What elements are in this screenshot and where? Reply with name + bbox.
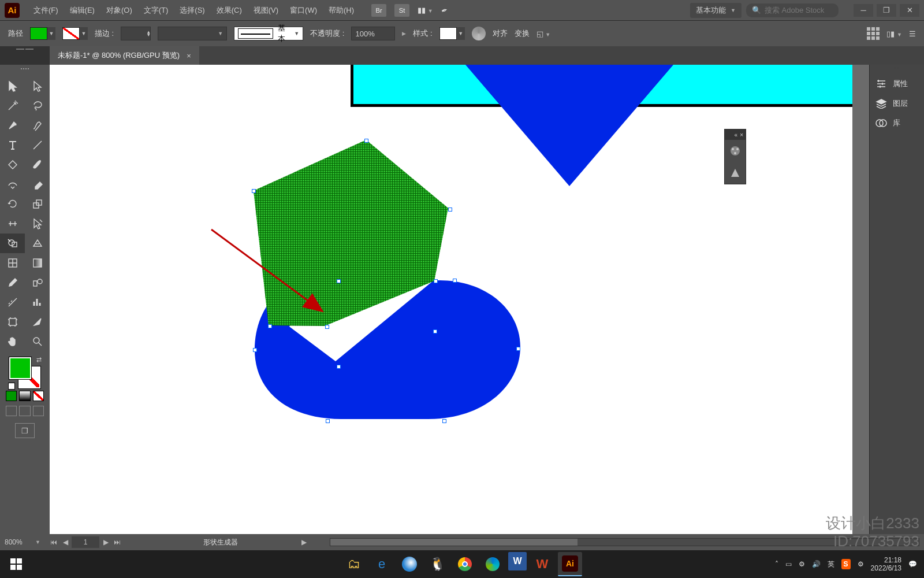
taskbar-illustrator-icon[interactable]: Ai [558,552,582,576]
tray-chevron-icon[interactable]: ˄ [775,560,778,568]
draw-inside-icon[interactable] [33,406,44,416]
align-label[interactable]: 对齐 [493,28,508,39]
selection-handle[interactable] [433,329,437,334]
pen-tool[interactable] [0,116,25,135]
selection-handle[interactable] [252,189,256,193]
selection-handle[interactable] [453,279,457,283]
free-transform-tool[interactable] [25,214,50,234]
taskbar-browser-icon[interactable] [397,552,422,576]
opacity-field[interactable]: 100% [351,27,395,40]
selection-handle[interactable] [337,365,341,369]
color-mode-solid[interactable] [6,391,17,401]
taskbar-edge-icon[interactable] [480,552,505,576]
zoom-level-field[interactable]: 800%▼ [0,538,45,546]
shaper-tool[interactable] [0,175,25,194]
gpu-preview-icon[interactable]: ✒ [439,5,448,16]
menu-window[interactable]: 窗口(W) [285,3,322,18]
stroke-dropdown[interactable]: ▼ [80,27,88,40]
curvature-tool[interactable] [25,116,50,135]
tray-volume-icon[interactable]: 🔊 [812,560,821,568]
direct-selection-tool[interactable] [25,76,50,96]
fill-stroke-control[interactable]: ⇄ [9,357,40,388]
width-tool[interactable] [0,214,25,234]
selection-handle[interactable] [448,208,452,212]
canvas-area[interactable]: «× [50,65,869,534]
taskbar-qq-icon[interactable]: 🐧 [425,552,449,576]
stroke-swatch[interactable] [62,27,80,40]
menu-object[interactable]: 对象(O) [102,3,137,18]
bridge-button[interactable]: Br [371,4,386,17]
draw-normal-icon[interactable] [6,406,17,416]
column-graph-tool[interactable] [25,292,50,312]
shape-options-icon[interactable]: ◱ ▼ [536,29,551,38]
prev-artboard-icon[interactable]: ◀ [60,538,70,546]
start-button[interactable] [0,550,32,578]
layers-panel-button[interactable]: 图层 [870,94,924,113]
perspective-grid-tool[interactable] [25,234,50,253]
tray-battery-icon[interactable]: ▭ [785,560,792,568]
workspace-switcher[interactable]: 基本功能▼ [690,3,742,18]
style-swatch[interactable] [439,27,457,40]
rectangle-tool[interactable] [0,155,25,175]
transform-label[interactable]: 变换 [515,28,530,39]
selection-handle[interactable] [253,348,257,352]
fill-dropdown[interactable]: ▼ [47,27,55,40]
panel-close-icon[interactable]: × [740,132,743,138]
panel-grip[interactable]: ▸▸ [870,65,924,74]
screen-mode-button[interactable]: ❐ [15,423,35,438]
type-tool[interactable] [0,135,25,155]
style-dropdown[interactable]: ▼ [457,27,465,40]
prefs-list-icon[interactable]: ☰ [909,29,916,38]
slice-tool[interactable] [25,312,50,332]
eraser-tool[interactable] [25,175,50,194]
menu-effect[interactable]: 效果(C) [212,3,247,18]
recolor-artwork-icon[interactable] [472,27,486,40]
color-mode-gradient[interactable] [19,391,30,401]
minimize-button[interactable]: ─ [854,4,873,17]
magic-wand-tool[interactable] [0,96,25,116]
brush-definition[interactable]: 基本▼ [234,27,303,40]
menu-edit[interactable]: 编辑(E) [65,3,99,18]
fill-color-box[interactable] [9,357,31,379]
taskbar-word-icon[interactable]: W [508,552,527,570]
menu-type[interactable]: 文字(T) [139,3,173,18]
isolate-mode-icon[interactable]: ▯▮ ▼ [886,29,902,38]
next-artboard-icon[interactable]: ▶ [100,538,111,546]
eyedropper-tool[interactable] [0,273,25,292]
artboard-tool[interactable] [0,312,25,332]
adobe-stock-search[interactable]: 🔍 搜索 Adobe Stock [746,3,839,17]
document-tab[interactable]: 未标题-1* @ 800% (RGB/GPU 预览) × [50,46,199,65]
mesh-tool[interactable] [0,253,25,273]
arrange-docs-button[interactable]: ▮▮ ▼ [418,6,433,14]
hand-tool[interactable] [0,332,25,351]
selection-handle[interactable] [442,419,446,423]
symbol-sprayer-tool[interactable] [0,292,25,312]
first-artboard-icon[interactable]: ⏮ [49,538,59,546]
menu-help[interactable]: 帮助(H) [324,3,359,18]
selection-handle[interactable] [434,279,438,283]
shape-builder-tool[interactable] [0,234,25,253]
swap-fill-stroke-icon[interactable]: ⇄ [36,356,42,364]
zoom-tool[interactable] [25,332,50,351]
color-mode-none[interactable] [33,391,44,401]
menu-file[interactable]: 文件(F) [29,3,63,18]
close-button[interactable]: ✕ [900,4,919,17]
selection-handle[interactable] [364,139,368,143]
taskbar-explorer-icon[interactable]: 🗂 [342,552,366,576]
stroke-weight-field[interactable]: ▴▾ [121,27,151,40]
default-fill-stroke-icon[interactable] [8,383,15,390]
menu-view[interactable]: 视图(V) [249,3,283,18]
horizontal-scrollbar[interactable] [330,538,919,546]
tray-clock[interactable]: 21:18 2022/6/13 [871,556,901,573]
taskbar-chrome-icon[interactable] [453,552,477,576]
rotate-tool[interactable] [0,194,25,214]
libraries-panel-button[interactable]: 库 [870,113,924,133]
tray-wifi-icon[interactable]: ⚙ [799,560,805,568]
blue-triangle-shape[interactable] [465,65,673,192]
stock-button[interactable]: St [394,4,409,17]
status-flyout-icon[interactable]: ▶ [301,538,307,546]
maximize-button[interactable]: ❐ [877,4,896,17]
line-tool[interactable] [25,135,50,155]
blend-tool[interactable] [25,273,50,292]
panel-collapse-icon[interactable]: « [735,132,738,138]
